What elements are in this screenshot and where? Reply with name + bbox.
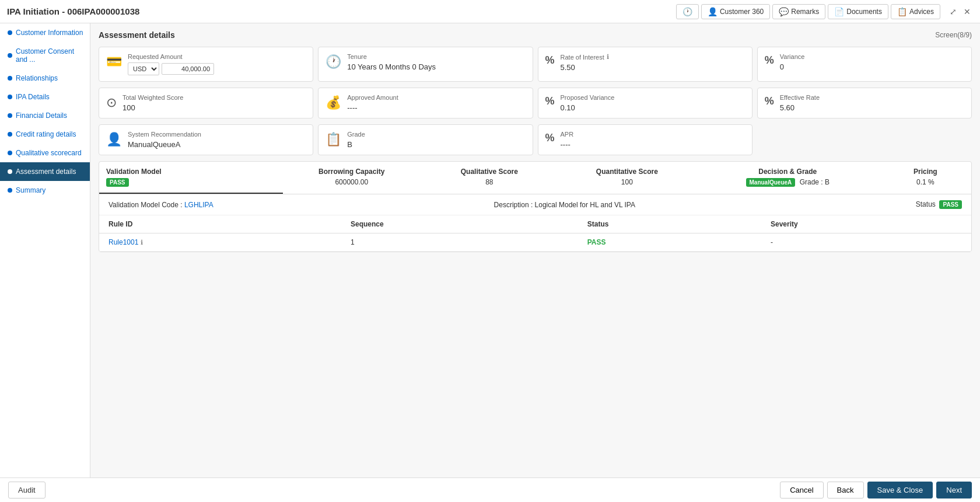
footer-left: Audit	[8, 482, 46, 498]
documents-button[interactable]: 📄 Documents	[828, 4, 888, 19]
rule-id-link[interactable]: Rule1001	[108, 238, 138, 246]
effective-rate-icon: %	[765, 95, 774, 107]
card-grade: 📋 Grade B	[318, 124, 533, 155]
cards-row-2: ⊙ Total Weighted Score 100 💰 Approved Am…	[99, 88, 972, 118]
proposed-variance-icon: %	[545, 95, 555, 107]
weighted-score-label: Total Weighted Score	[123, 94, 306, 101]
customer360-icon: 👤	[708, 7, 718, 16]
status-cell: PASS	[578, 233, 761, 252]
weighted-score-icon: ⊙	[106, 95, 117, 110]
advices-icon: 📋	[897, 7, 907, 16]
sidebar-dot	[8, 76, 12, 81]
rule-table-header: Rule ID Sequence Status Severity	[99, 215, 971, 233]
screen-label: Screen(8/9)	[935, 31, 972, 39]
next-button[interactable]: Next	[936, 482, 972, 498]
sidebar-item-customer-consent[interactable]: Customer Consent and ...	[0, 42, 90, 69]
grade-body: Grade B	[347, 131, 525, 149]
requested-amount-body: Requested Amount USD	[128, 53, 306, 75]
sidebar-label-ipa-details: IPA Details	[16, 93, 50, 101]
sidebar-label-customer-information: Customer Information	[16, 29, 83, 37]
card-system-recommendation: 👤 System Recommendation ManualQueueA	[99, 124, 313, 155]
sidebar-label-credit-rating-details: Credit rating details	[16, 130, 76, 138]
rule-info-icon[interactable]: ℹ	[141, 239, 143, 246]
approved-amount-body: Approved Amount ----	[347, 94, 525, 112]
val-col-qualitative-score: Qualitative Score 88	[421, 162, 558, 194]
val-col-quantitative-score: Quantitative Score 100	[558, 162, 696, 194]
sidebar-dot	[8, 53, 12, 58]
val-col-pricing: Pricing 0.1 %	[880, 162, 971, 194]
sidebar-dot-active	[8, 169, 12, 174]
advices-label: Advices	[909, 8, 934, 16]
back-button[interactable]: Back	[827, 482, 864, 498]
model-code-link[interactable]: LGHLIPA	[184, 201, 214, 209]
sidebar-dot	[8, 95, 12, 99]
save-close-button[interactable]: Save & Close	[867, 482, 933, 498]
weighted-score-body: Total Weighted Score 100	[123, 94, 306, 112]
currency-select[interactable]: USD	[128, 62, 159, 75]
grade-label: Grade	[347, 131, 525, 138]
col-status: Status	[578, 215, 761, 233]
audit-button[interactable]: Audit	[8, 482, 46, 498]
rule-table: Rule ID Sequence Status Severity Rule100…	[99, 215, 971, 252]
cancel-button[interactable]: Cancel	[780, 482, 823, 498]
window-controls: ⤢ ✕	[947, 6, 973, 18]
variance-value: 0	[780, 62, 964, 71]
variance-icon: %	[765, 54, 774, 67]
close-button[interactable]: ✕	[961, 6, 973, 18]
apr-label: APR	[561, 131, 745, 138]
remarks-icon: 💬	[779, 7, 789, 16]
sidebar-item-summary[interactable]: Summary	[0, 181, 90, 200]
history-button[interactable]: 🕐	[676, 4, 699, 19]
amount-input[interactable]	[162, 63, 214, 75]
sidebar-item-financial-details[interactable]: Financial Details	[0, 106, 90, 125]
sidebar-dot	[8, 132, 12, 137]
app-footer: Audit Cancel Back Save & Close Next	[0, 477, 980, 502]
system-rec-icon: 👤	[106, 132, 122, 147]
documents-icon: 📄	[834, 7, 844, 16]
advices-button[interactable]: 📋 Advices	[891, 4, 940, 19]
card-rate-of-interest: % Rate of Interest ℹ 5.50	[538, 47, 752, 82]
sidebar-label-financial-details: Financial Details	[16, 111, 67, 120]
card-apr: % APR ----	[538, 124, 752, 155]
card-tenure: 🕐 Tenure 10 Years 0 Months 0 Days	[318, 47, 533, 82]
status-pass: PASS	[587, 238, 606, 246]
validation-section: Validation Model PASS Borrowing Capacity…	[99, 161, 972, 252]
sidebar-item-ipa-details[interactable]: IPA Details	[0, 88, 90, 106]
cards-row-1: 💳 Requested Amount USD 🕐	[99, 47, 972, 82]
model-status-badge: PASS	[939, 200, 962, 209]
sidebar-label-relationships: Relationships	[16, 74, 58, 82]
sidebar-item-relationships[interactable]: Relationships	[0, 69, 90, 88]
card-proposed-variance: % Proposed Variance 0.10	[538, 88, 752, 118]
customer360-button[interactable]: 👤 Customer 360	[701, 4, 770, 19]
apr-value: ----	[561, 140, 745, 149]
empty-card	[757, 124, 972, 155]
resize-button[interactable]: ⤢	[947, 6, 959, 18]
card-effective-rate: % Effective Rate 5.60	[757, 88, 972, 118]
sidebar: Customer Information Customer Consent an…	[0, 23, 90, 477]
remarks-button[interactable]: 💬 Remarks	[772, 4, 825, 19]
rate-info-icon[interactable]: ℹ	[607, 53, 609, 61]
tenure-icon: 🕐	[326, 54, 341, 69]
approved-amount-value: ----	[347, 103, 525, 112]
effective-rate-value: 5.60	[780, 103, 964, 112]
grade-text: Grade : B	[800, 178, 830, 186]
sidebar-item-customer-information[interactable]: Customer Information	[0, 23, 90, 42]
card-variance: % Variance 0	[757, 47, 972, 82]
system-rec-body: System Recommendation ManualQueueA	[128, 131, 306, 149]
sidebar-item-assessment-details[interactable]: Assessment details	[0, 162, 90, 181]
requested-amount-icon: 💳	[106, 54, 122, 69]
remarks-label: Remarks	[791, 8, 819, 16]
sidebar-item-qualitative-scorecard[interactable]: Qualitative scorecard	[0, 144, 90, 162]
qualitative-score-value: 88	[428, 178, 551, 186]
proposed-variance-value: 0.10	[561, 103, 745, 112]
val-col-title-quantitative: Quantitative Score	[565, 168, 689, 176]
sidebar-item-credit-rating-details[interactable]: Credit rating details	[0, 125, 90, 144]
rule-table-header-row: Rule ID Sequence Status Severity	[99, 215, 971, 233]
sidebar-label-customer-consent: Customer Consent and ...	[16, 47, 84, 64]
tenure-body: Tenure 10 Years 0 Months 0 Days	[347, 53, 525, 71]
card-requested-amount: 💳 Requested Amount USD	[99, 47, 313, 82]
system-rec-label: System Recommendation	[128, 131, 306, 138]
proposed-variance-label: Proposed Variance	[561, 94, 745, 101]
grade-icon: 📋	[326, 132, 341, 147]
val-col-title-decision: Decision & Grade	[703, 168, 873, 176]
